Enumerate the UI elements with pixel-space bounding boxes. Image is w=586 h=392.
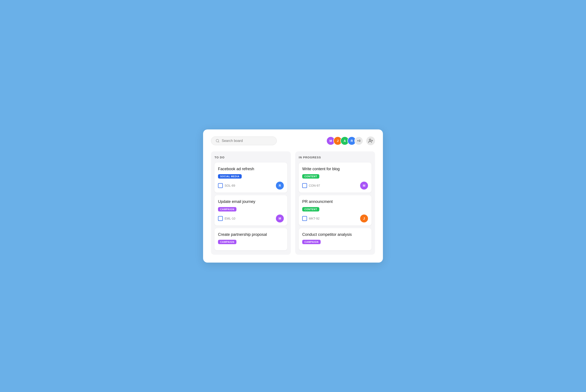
card-1-footer: SOL-89 R <box>218 182 284 190</box>
card-facebook-ad-refresh: Facebook ad refresh SOCIAL MEDIA SOL-89 … <box>214 162 287 192</box>
search-icon <box>216 139 219 143</box>
svg-line-1 <box>218 142 219 142</box>
svg-point-2 <box>369 139 371 140</box>
card-5-id-icon <box>302 216 307 221</box>
board-header: M J A R +3 <box>211 136 375 145</box>
card-2-assignee: M <box>276 214 284 222</box>
card-2-tag: CAMPAIGN <box>218 207 236 212</box>
todo-cards: Facebook ad refresh SOCIAL MEDIA SOL-89 … <box>214 162 287 250</box>
card-conduct-competitor-analysis: Conduct competitor analysis CAMPAIGN <box>299 228 372 250</box>
card-2-id: EML-10 <box>218 216 235 221</box>
card-4-tag: CONTENT <box>302 174 319 178</box>
card-5-ticket: MKT-92 <box>309 217 320 220</box>
add-member-button[interactable] <box>366 136 375 145</box>
header-right: M J A R +3 <box>326 136 375 145</box>
card-5-footer: MKT-92 J <box>302 214 368 222</box>
card-4-assignee: M <box>360 182 368 190</box>
avatar-group: M J A R +3 <box>326 136 363 145</box>
card-4-id-icon <box>302 183 307 188</box>
card-6-title: Conduct competitor analysis <box>302 232 368 237</box>
search-input[interactable] <box>222 139 272 143</box>
column-todo-title: TO DO <box>214 156 287 159</box>
card-5-id: MKT-92 <box>302 216 320 221</box>
card-2-title: Update email journey <box>218 199 284 204</box>
card-6-tag: CAMPAIGN <box>302 240 321 244</box>
card-2-footer: EML-10 M <box>218 214 284 222</box>
card-1-id: SOL-89 <box>218 183 235 188</box>
card-4-ticket: CON-97 <box>309 184 320 187</box>
card-1-tag: SOCIAL MEDIA <box>218 174 242 178</box>
card-5-assignee: J <box>360 214 368 222</box>
card-pr-announcement: PR announcment CONTENT MKT-92 J <box>299 195 372 225</box>
card-1-ticket: SOL-89 <box>225 184 235 187</box>
card-1-assignee: R <box>276 182 284 190</box>
card-1-title: Facebook ad refresh <box>218 166 284 172</box>
card-2-ticket: EML-10 <box>225 217 235 220</box>
column-in-progress-title: IN PROGRESS <box>299 156 372 159</box>
card-3-title: Create partnership proposal <box>218 232 284 237</box>
card-5-title: PR announcment <box>302 199 368 204</box>
board-columns: TO DO Facebook ad refresh SOCIAL MEDIA S… <box>211 151 375 255</box>
column-in-progress: IN PROGRESS Write content for blog CONTE… <box>295 151 375 255</box>
card-create-partnership-proposal: Create partnership proposal CAMPAIGN <box>214 228 287 250</box>
card-4-footer: CON-97 M <box>302 182 368 190</box>
card-update-email-journey: Update email journey CAMPAIGN EML-10 M <box>214 195 287 225</box>
card-4-title: Write content for blog <box>302 166 368 172</box>
board-container: M J A R +3 TO DO <box>203 130 383 262</box>
person-add-icon <box>368 138 373 143</box>
card-2-id-icon <box>218 216 223 221</box>
card-1-id-icon <box>218 183 223 188</box>
card-3-tag: CAMPAIGN <box>218 240 236 244</box>
card-5-tag: CONTENT <box>302 207 319 212</box>
in-progress-cards: Write content for blog CONTENT CON-97 M … <box>299 162 372 250</box>
card-write-content-for-blog: Write content for blog CONTENT CON-97 M <box>299 162 372 192</box>
card-4-id: CON-97 <box>302 183 320 188</box>
search-bar[interactable] <box>211 136 277 145</box>
column-todo: TO DO Facebook ad refresh SOCIAL MEDIA S… <box>211 151 291 255</box>
more-members-badge: +3 <box>354 136 363 145</box>
